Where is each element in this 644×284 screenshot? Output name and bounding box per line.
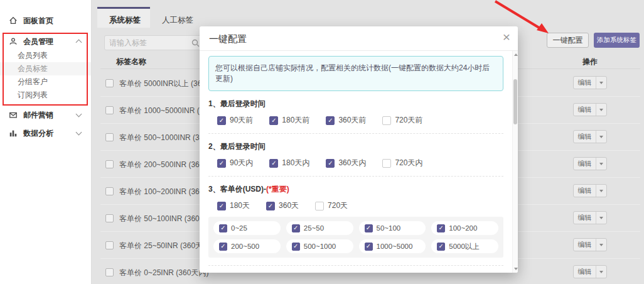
sidebar: 面板首页 会员管理 会员列表 会员标签 分组客户 订阅列表 邮件营销 数据分析 xyxy=(0,0,92,284)
price-range-pill[interactable]: ✓5000以上 xyxy=(431,239,498,253)
checkbox-option[interactable]: ✓90天前 xyxy=(217,115,253,126)
search-placeholder: 请输入标签 xyxy=(109,38,147,48)
edit-button[interactable]: 编辑 xyxy=(573,103,607,116)
tag-search-input[interactable]: 请输入标签 xyxy=(104,35,205,50)
edit-dropdown-icon[interactable] xyxy=(596,239,606,251)
checkbox-option[interactable]: ✓180天前 xyxy=(269,115,309,126)
app-window: 系统标签 人工标签 请输入标签 一键配置 添加系统标签 标签名称 操作 客单价 … xyxy=(0,0,644,284)
one-click-config-dialog: 一键配置 × 您可以根据自己店铺实际情况，配置相关的统计数据(一键配置的数据大约… xyxy=(200,26,518,273)
row-checkbox[interactable] xyxy=(105,241,114,249)
add-system-tag-button[interactable]: 添加系统标签 xyxy=(594,33,640,48)
chart-icon xyxy=(9,129,18,138)
edit-dropdown-icon[interactable] xyxy=(596,104,606,116)
sidebar-item-email-marketing[interactable]: 邮件营销 xyxy=(0,107,91,123)
tag-name: 客单价 25~50INR (360天内) xyxy=(119,241,213,251)
edit-dropdown-icon[interactable] xyxy=(596,158,606,170)
checkbox-option[interactable]: ✓720天前 xyxy=(382,115,422,126)
price-range-pill[interactable]: ✓50~100 xyxy=(359,221,426,235)
home-icon xyxy=(9,16,18,26)
checkbox-option[interactable]: ✓360天前 xyxy=(326,115,366,126)
edit-button[interactable]: 编辑 xyxy=(573,211,607,224)
checkbox-option[interactable]: ✓360天内 xyxy=(326,158,366,168)
dialog-header: 一键配置 × xyxy=(200,26,518,51)
chevron-down-icon xyxy=(76,111,82,117)
scroll-up-icon[interactable] xyxy=(514,53,518,56)
checkbox-option[interactable]: ✓180天 xyxy=(217,200,250,211)
info-banner: 您可以根据自己店铺实际情况，配置相关的统计数据(一键配置的数据大约24小时后更新… xyxy=(208,56,503,91)
edit-button[interactable]: 编辑 xyxy=(573,130,607,143)
price-range-pill[interactable]: ✓200~500 xyxy=(213,239,281,253)
search-icon[interactable] xyxy=(191,39,200,47)
section-title-customer-unit-price: 3、客单价(USD)-(*重要) xyxy=(208,184,503,195)
row-checkbox[interactable] xyxy=(105,214,114,222)
row-checkbox[interactable] xyxy=(105,133,114,141)
checkbox-option[interactable]: ✓180天内 xyxy=(269,158,309,168)
option-row: ✓90天内 ✓180天内 ✓360天内 ✓720天内 xyxy=(217,158,503,168)
section-title-last-login-before: 1、最后登录时间 xyxy=(208,99,503,109)
scrollbar-thumb[interactable] xyxy=(513,79,517,124)
row-checkbox[interactable] xyxy=(105,160,114,168)
row-checkbox[interactable] xyxy=(105,187,114,195)
tag-name: 客单价 0~25INR (360天内) xyxy=(119,268,208,278)
edit-button[interactable]: 编辑 xyxy=(573,157,607,170)
divider xyxy=(208,265,503,266)
checkbox-option[interactable]: ✓720天 xyxy=(315,200,348,211)
close-icon[interactable]: × xyxy=(503,30,510,43)
edit-dropdown-icon[interactable] xyxy=(596,185,606,197)
price-range-pill[interactable]: ✓25~50 xyxy=(286,221,353,235)
sidebar-item-data-analysis[interactable]: 数据分析 xyxy=(0,126,91,141)
edit-button[interactable]: 编辑 xyxy=(573,238,607,251)
price-range-pill[interactable]: ✓1000~5000 xyxy=(359,239,426,253)
sidebar-item-member-tags[interactable]: 会员标签 xyxy=(0,62,91,75)
members-icon xyxy=(9,37,18,46)
mail-icon xyxy=(9,111,18,120)
edit-button[interactable]: 编辑 xyxy=(573,265,607,278)
sidebar-item-member-management[interactable]: 会员管理 xyxy=(0,34,91,49)
divider xyxy=(208,176,503,177)
dialog-title: 一键配置 xyxy=(209,33,247,45)
row-checkbox[interactable] xyxy=(105,79,114,87)
sidebar-item-dashboard[interactable]: 面板首页 xyxy=(0,13,91,28)
scroll-down-icon[interactable] xyxy=(514,268,518,270)
checkbox-option[interactable]: ✓90天内 xyxy=(217,158,253,168)
chevron-down-icon xyxy=(76,129,82,136)
row-checkbox[interactable] xyxy=(105,106,114,114)
important-label: (*重要) xyxy=(266,185,289,194)
dialog-scrollbar[interactable] xyxy=(512,51,518,273)
divider xyxy=(208,133,503,134)
price-range-panel: ✓0~25 ✓25~50 ✓50~100 ✓100~200 ✓200~500 ✓… xyxy=(208,217,503,258)
row-checkbox[interactable] xyxy=(105,268,114,276)
sidebar-item-subscription-list[interactable]: 订阅列表 xyxy=(0,89,91,102)
column-action: 操作 xyxy=(573,57,607,67)
edit-dropdown-icon[interactable] xyxy=(596,212,606,224)
edit-dropdown-icon[interactable] xyxy=(596,77,606,89)
tab-manual-tags[interactable]: 人工标签 xyxy=(162,15,193,26)
option-row: ✓180天 ✓360天 ✓720天 xyxy=(217,200,503,211)
price-range-pill[interactable]: ✓0~25 xyxy=(213,221,281,235)
edit-dropdown-icon[interactable] xyxy=(596,266,606,278)
edit-button[interactable]: 编辑 xyxy=(573,184,607,197)
price-range-pill[interactable]: ✓100~200 xyxy=(431,221,498,235)
tab-system-tags[interactable]: 系统标签 xyxy=(109,15,141,26)
section-title-last-login-within: 2、最后登录时间 xyxy=(208,141,503,152)
column-tag-name: 标签名称 xyxy=(116,57,146,67)
price-range-pill[interactable]: ✓500~1000 xyxy=(286,239,353,253)
dialog-body: 您可以根据自己店铺实际情况，配置相关的统计数据(一键配置的数据大约24小时后更新… xyxy=(200,51,512,273)
sidebar-item-member-list[interactable]: 会员列表 xyxy=(0,49,91,62)
edit-dropdown-icon[interactable] xyxy=(596,131,606,143)
checkbox-option[interactable]: ✓360天 xyxy=(266,200,299,211)
chevron-up-icon xyxy=(76,40,82,46)
checkbox-option[interactable]: ✓720天内 xyxy=(382,158,422,168)
option-row: ✓90天前 ✓180天前 ✓360天前 ✓720天前 xyxy=(217,115,503,126)
one-click-config-button[interactable]: 一键配置 xyxy=(547,33,589,48)
sidebar-item-group-customers[interactable]: 分组客户 xyxy=(0,75,91,89)
edit-button[interactable]: 编辑 xyxy=(573,76,607,89)
